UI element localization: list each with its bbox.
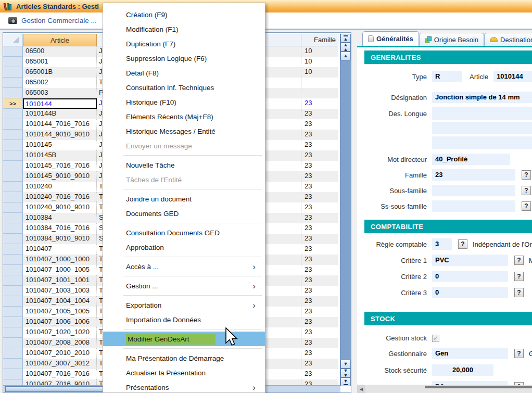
article-cell[interactable]: 1010407_1001_1001 (23, 275, 97, 286)
panel-scrollbar-thumb[interactable] (425, 386, 532, 388)
designation-field[interactable]: Jonction simple de 14 mm (432, 92, 532, 103)
row-selector-cell[interactable] (3, 46, 23, 57)
menu-item-consultation-documents-ged[interactable]: Consultation Documents GED (103, 225, 265, 240)
row-selector-cell[interactable] (3, 171, 23, 182)
tab-destination[interactable]: Destination (484, 33, 532, 46)
tab-origine-besoin[interactable]: Origine Besoin (419, 33, 484, 46)
tab-generalites[interactable]: Généralités (362, 31, 419, 46)
scroll-pagedown-button[interactable]: ▼▼ (340, 369, 351, 377)
des-longue-field-3[interactable] (432, 136, 532, 149)
scroll-linedown-button[interactable]: ▼ (340, 360, 351, 369)
scroll-last-button[interactable]: ▼ (340, 377, 351, 386)
panel-horizontal-scrollbar[interactable]: ◄ (357, 385, 532, 393)
famille-cell[interactable]: 23 (301, 213, 338, 223)
article-cell[interactable]: 065003 (23, 88, 97, 98)
gestion-stock-checkbox[interactable]: ✓ (432, 335, 439, 342)
famille-cell[interactable]: 23 (301, 317, 338, 327)
famille-cell[interactable]: 23 (301, 171, 338, 182)
gestionnaire-help-button[interactable]: ? (514, 349, 524, 358)
mot-directeur-field[interactable]: 40_Profilé (432, 154, 510, 165)
menu-item-nouvelle-t-che[interactable]: Nouvelle Tâche (103, 158, 265, 172)
article-cell[interactable]: 1010407_3007_3012 (23, 359, 97, 369)
row-selector-cell[interactable] (3, 286, 23, 296)
famille-field[interactable]: 23 (432, 169, 515, 181)
famille-cell[interactable]: 23 (301, 307, 338, 317)
menu-item-historique-messages-entit[interactable]: Historique Messages / Entité (103, 124, 265, 138)
famille-help-button[interactable]: ? (522, 170, 531, 180)
table-vertical-scrollbar[interactable]: ▲ ▲▲ ▲ ▼ ▼▼ ▼ (340, 34, 351, 386)
famille-cell[interactable]: 23 (301, 223, 338, 234)
article-cell[interactable]: 1010240 (23, 182, 97, 192)
type-field[interactable]: R (432, 71, 462, 82)
article-cell[interactable]: 1010407_1006_1006 (23, 317, 97, 327)
famille-cell[interactable] (301, 88, 338, 98)
article-cell[interactable]: 1010407_2008_2008 (23, 338, 97, 348)
article-cell[interactable]: 065001B (23, 67, 97, 78)
article-cell[interactable]: 1010407_1003_1003 (23, 286, 97, 296)
famille-cell[interactable]: 10 (301, 57, 338, 67)
article-cell[interactable]: 1010407_1000_1000 (23, 255, 97, 265)
famille-cell[interactable]: 23 (301, 161, 338, 171)
menu-item-actualiser-la-pr-sentation[interactable]: Actualiser la Présentation (103, 365, 265, 380)
critere1-field[interactable]: PVC (432, 255, 508, 266)
article-cell[interactable]: 065001 (23, 57, 97, 67)
famille-cell[interactable]: 23 (301, 109, 338, 119)
article-cell[interactable]: 1010407 (23, 244, 97, 255)
famille-cell[interactable]: 10 (301, 46, 338, 57)
famille-cell[interactable]: 10 (301, 67, 338, 78)
column-header-famille[interactable]: Famille (301, 34, 338, 46)
row-selector-cell[interactable] (3, 234, 23, 244)
famille-cell[interactable]: 23 (301, 359, 338, 369)
menu-item-modification-f1[interactable]: Modification (F1) (103, 22, 265, 36)
famille-cell[interactable]: 23 (301, 348, 338, 359)
famille-cell[interactable]: 23 (301, 119, 338, 130)
menu-item-consultation-inf-techniques[interactable]: Consultation Inf. Techniques (103, 80, 265, 95)
row-selector-cell[interactable] (3, 67, 23, 78)
article-cell[interactable]: 065002 (23, 78, 97, 88)
row-selector-cell[interactable] (3, 359, 23, 369)
famille-cell[interactable]: 23 (301, 265, 338, 275)
row-selector-cell[interactable] (3, 296, 23, 307)
menu-item-exportation[interactable]: Exportation› (103, 298, 265, 312)
menu-item-suppression-logique-f6[interactable]: Suppression Logique (F6) (103, 51, 265, 66)
menu-item-acc-s[interactable]: Accès à ...› (103, 259, 265, 274)
article-cell[interactable]: 1010384_7016_7016 (23, 223, 97, 234)
famille-cell[interactable]: 23 (301, 275, 338, 286)
row-selector-cell[interactable] (3, 109, 23, 119)
famille-cell[interactable]: 23 (301, 244, 338, 255)
row-selector-cell[interactable] (3, 119, 23, 130)
critere2-help-button[interactable]: ? (514, 272, 524, 281)
ss-sous-famille-help-button[interactable]: ? (522, 201, 531, 211)
article-cell[interactable]: 1010240_7016_7016 (23, 192, 97, 202)
famille-cell[interactable]: 23 (301, 296, 338, 307)
row-selector-cell[interactable] (3, 255, 23, 265)
scroll-lineup-button[interactable]: ▲ (340, 52, 351, 60)
menu-item-approbation[interactable]: Approbation (103, 240, 265, 255)
article-cell[interactable]: 1010145_9010_9010 (23, 171, 97, 182)
row-selector-cell[interactable] (3, 88, 23, 98)
unite-mesure-field[interactable]: B6 (432, 381, 508, 385)
column-header-article[interactable]: Article (23, 34, 97, 46)
row-selector-cell[interactable] (3, 223, 23, 234)
scroll-left-arrow-icon[interactable]: ◄ (357, 385, 365, 393)
menu-item-duplication-f7[interactable]: Duplication (F7) (103, 36, 265, 51)
scroll-first-button[interactable]: ▲ (340, 34, 351, 43)
famille-cell[interactable]: 23 (301, 192, 338, 202)
article-cell[interactable]: 1010407_7016_7016 (23, 369, 97, 379)
row-selector-cell[interactable] (3, 307, 23, 317)
menu-item-documents-ged[interactable]: Documents GED (103, 206, 265, 221)
menu-item-pr-sentations[interactable]: Présentations› (103, 380, 265, 393)
famille-cell[interactable]: 23 (301, 369, 338, 379)
row-selector-cell[interactable] (3, 78, 23, 88)
menu-item-ma-pr-sentation-de-d-marrage[interactable]: Ma Présentation de Démarrage (103, 351, 265, 365)
row-selector-cell[interactable] (3, 275, 23, 286)
article-cell[interactable]: 1010384_9010_9010 (23, 234, 97, 244)
article-cell[interactable]: 06500 (23, 46, 97, 57)
menu-item-importation-de-donn-es[interactable]: Importation de Données (103, 312, 265, 327)
menu-item-d-tail-f8[interactable]: Détail (F8) (103, 66, 265, 80)
menu-item-modifier-gendesart[interactable]: Modifier GenDesArt (103, 332, 265, 346)
famille-cell[interactable] (301, 78, 338, 88)
row-selector-cell[interactable] (3, 369, 23, 379)
article-cell[interactable]: 1010407_2010_2010 (23, 348, 97, 359)
row-selector-cell[interactable] (3, 338, 23, 348)
